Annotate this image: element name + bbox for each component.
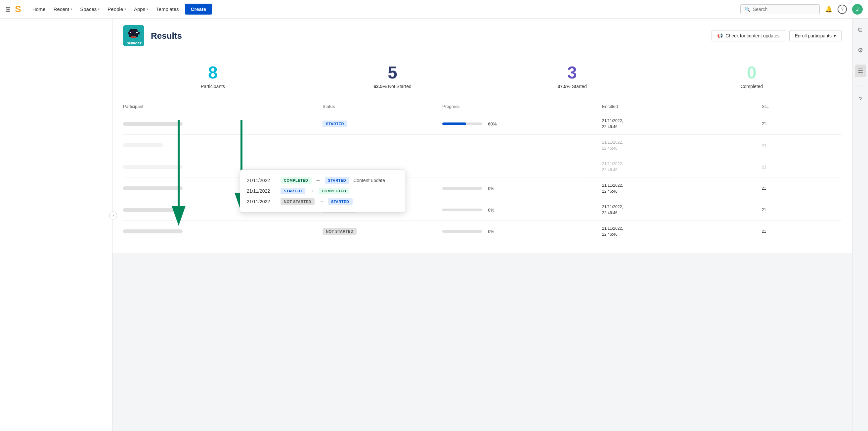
page-header: SUPPORT Results 📢 Check for content upda…	[113, 19, 852, 53]
sidebar-toggle-button[interactable]: ›	[109, 211, 117, 220]
stat-started: 3 37.5% Started	[482, 64, 662, 89]
popup-from-status: NOT STARTED	[280, 198, 315, 205]
progress-cell: 60%	[442, 121, 602, 126]
logo[interactable]: S	[15, 4, 21, 15]
started-date: 21	[762, 121, 841, 127]
create-button[interactable]: Create	[185, 4, 212, 15]
spaces-chevron-icon: ▾	[98, 7, 99, 11]
popup-date: 21/11/2022	[247, 178, 277, 183]
popup-to-status: STARTED	[328, 198, 352, 205]
status-history-popup: 21/11/2022 COMPLETED → STARTED Content u…	[240, 170, 405, 212]
progress-bar	[442, 187, 482, 190]
popup-row: 21/11/2022 NOT STARTED → STARTED	[247, 196, 398, 207]
search-icon: 🔍	[745, 7, 750, 12]
stats-container: 8 Participants 5 62.5% Not Started 3 37.…	[113, 53, 852, 100]
stat-completed: 0 Completed	[662, 64, 841, 89]
page-title: Results	[151, 31, 182, 41]
search-box[interactable]: 🔍	[740, 4, 820, 14]
progress-cell: 0%	[442, 229, 602, 234]
nav-templates[interactable]: Templates	[153, 4, 182, 14]
enrolled-cell: 21/11/2022,22:46:46	[602, 161, 762, 173]
participant-name-blurred	[123, 229, 183, 233]
search-input[interactable]	[753, 7, 815, 12]
list-icon[interactable]: ☰	[855, 64, 866, 77]
not-started-count: 5	[303, 64, 482, 81]
table-row: STARTED 60% 21/11/2022,22:46:46 21	[123, 113, 841, 135]
people-chevron-icon: ▾	[124, 7, 126, 11]
recent-chevron-icon: ▾	[70, 7, 72, 11]
svg-rect-5	[128, 32, 129, 34]
popup-row: 21/11/2022 COMPLETED → STARTED Content u…	[247, 175, 398, 186]
grid-menu-icon[interactable]: ⊞	[5, 5, 11, 13]
help-icon[interactable]: ?	[838, 5, 847, 14]
notifications-icon[interactable]: 🔔	[825, 6, 832, 13]
participant-cell	[123, 122, 322, 126]
popup-date: 21/11/2022	[247, 189, 277, 194]
progress-cell: 0%	[442, 186, 602, 191]
enrolled-cell: 21/11/2022,22:46:46	[602, 225, 762, 237]
popup-from-status: COMPLETED	[280, 177, 312, 184]
right-sidebar: ⧉ ⚙ ☰ ?	[852, 19, 868, 431]
col-header-enrolled: Enrolled	[602, 104, 762, 109]
svg-text:SUPPORT: SUPPORT	[127, 42, 142, 45]
enrolled-date: 21/11/2022,22:46:46	[602, 139, 762, 151]
started-cell: 21	[762, 165, 841, 170]
table-container: Participant Status Progress Enrolled St.…	[113, 100, 852, 253]
progress-bar	[442, 122, 482, 125]
nav-recent[interactable]: Recent ▾	[50, 4, 76, 14]
table-row: NOT STARTED 0% 21/11/2022,22:46:46 21	[123, 178, 841, 199]
svg-rect-9	[131, 36, 136, 38]
settings-icon[interactable]: ⚙	[855, 44, 866, 57]
left-sidebar	[0, 19, 113, 431]
participant-cell	[123, 143, 322, 147]
header-actions: 📢 Check for content updates Enroll parti…	[712, 30, 841, 41]
participant-name-blurred	[123, 186, 183, 190]
enrolled-date: 21/11/2022,22:46:46	[602, 118, 762, 130]
status-badge[interactable]: STARTED	[322, 120, 347, 127]
avatar[interactable]: J	[852, 4, 863, 15]
svg-rect-4	[136, 32, 137, 33]
popup-from-status: STARTED	[280, 188, 305, 194]
check-updates-button[interactable]: 📢 Check for content updates	[712, 30, 785, 41]
started-date: 21	[762, 207, 841, 213]
started-date: 21	[762, 185, 841, 191]
not-started-label: 62.5% Not Started	[303, 84, 482, 89]
started-label: 37.5% Started	[482, 84, 662, 89]
help-circle-icon[interactable]: ?	[856, 93, 864, 106]
popup-arrow-icon: →	[309, 188, 315, 194]
started-cell: 21	[762, 143, 841, 148]
participant-name-blurred	[123, 143, 163, 147]
support-icon: SUPPORT	[123, 25, 144, 46]
participants-count: 8	[123, 64, 303, 81]
enroll-participants-button[interactable]: Enroll participants ▾	[789, 30, 841, 41]
nav-apps[interactable]: Apps ▾	[131, 4, 152, 14]
main-wrapper: SUPPORT Results 📢 Check for content upda…	[0, 19, 868, 431]
content-area: SUPPORT Results 📢 Check for content upda…	[113, 19, 852, 431]
progress-percent: 0%	[488, 229, 494, 234]
status-cell: STARTED	[322, 120, 442, 127]
table-header: Participant Status Progress Enrolled St.…	[123, 100, 841, 113]
progress-cell: 0%	[442, 207, 602, 212]
stat-participants: 8 Participants	[123, 64, 303, 89]
enrolled-cell: 21/11/2022,22:46:46	[602, 118, 762, 130]
participants-label: Participants	[123, 84, 303, 89]
nav-home[interactable]: Home	[29, 4, 49, 14]
copy-icon[interactable]: ⧉	[856, 24, 865, 36]
enrolled-date: 21/11/2022,22:46:46	[602, 161, 762, 173]
nav-spaces[interactable]: Spaces ▾	[77, 4, 103, 14]
participant-cell	[123, 229, 322, 233]
started-count: 3	[482, 64, 662, 81]
popup-reason: Content update	[353, 178, 385, 183]
started-cell: 21	[762, 207, 841, 213]
enrolled-cell: 21/11/2022,22:46:46	[602, 182, 762, 194]
participant-name-blurred	[123, 122, 183, 126]
popup-arrow-icon: →	[316, 177, 321, 183]
nav-people[interactable]: People ▾	[104, 4, 129, 14]
progress-percent: 60%	[488, 121, 497, 126]
table-row: NOT STARTED 0% 21/11/2022,22:46:46 21	[123, 221, 841, 242]
completed-count: 0	[662, 64, 841, 81]
popup-date: 21/11/2022	[247, 199, 277, 204]
enrolled-cell: 21/11/2022,22:46:46	[602, 204, 762, 216]
status-badge[interactable]: NOT STARTED	[322, 228, 356, 235]
popup-arrow-icon: →	[318, 199, 324, 205]
